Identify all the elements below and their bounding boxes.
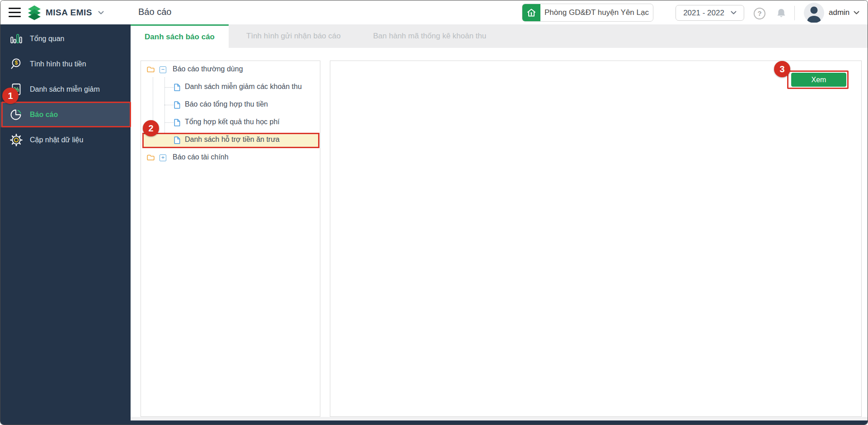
tree-leaf-danh-sach-mien-giam-cac-khoan-thu[interactable]: Danh sách miễn giảm các khoản thu xyxy=(141,79,320,96)
window-bottom-strip xyxy=(0,420,868,425)
tab-ban-hanh-ma-thong-ke-khoan-thu[interactable]: Ban hành mã thống kê khoản thu xyxy=(358,24,501,48)
year-chevron-down-icon xyxy=(731,11,737,15)
report-preview-panel: Xem xyxy=(330,61,862,417)
sidebar-item-label: Báo cáo xyxy=(30,111,58,119)
tab-tinh-hinh-gui-nhan-bao-cao[interactable]: Tình hình gửi nhận báo cáo xyxy=(229,24,358,48)
organization-name: Phòng GD&ĐT huyện Yên Lạc xyxy=(540,8,653,17)
sidebar-item-bao-cao[interactable]: Báo cáo xyxy=(0,102,131,127)
sidebar-item-label: Danh sách miễn giảm xyxy=(30,85,100,93)
file-icon xyxy=(174,119,180,126)
sidebar-item-tong-quan[interactable]: Tổng quan xyxy=(0,26,131,51)
percent-document-icon: % xyxy=(9,83,24,96)
report-tree-panel: − Báo cáo thường dùng Danh sách miễn giả… xyxy=(141,61,320,417)
top-header: MISA EMIS Báo cáo Phòng GD&ĐT huyện Yên … xyxy=(0,0,868,24)
school-year-value: 2021 - 2022 xyxy=(683,9,724,18)
report-tabs: Danh sách báo cáo Tình hình gửi nhận báo… xyxy=(131,24,868,48)
username-label[interactable]: admin xyxy=(829,8,849,17)
tree-node-label: Báo cáo thường dùng xyxy=(173,65,243,73)
view-report-button[interactable]: Xem xyxy=(791,73,846,87)
svg-text:%: % xyxy=(14,86,19,93)
tree-leaf-label: Tổng hợp kết quả thu học phí xyxy=(185,118,280,126)
tree-leaf-bao-cao-tong-hop-thu-tien[interactable]: Báo cáo tổng hợp thu tiền xyxy=(141,96,320,114)
user-chevron-down-icon[interactable] xyxy=(854,11,859,15)
sidebar-item-cap-nhat-du-lieu[interactable]: Cập nhật dữ liệu xyxy=(0,127,131,153)
tree-node-bao-cao-tai-chinh[interactable]: + Báo cáo tài chính xyxy=(141,149,320,167)
folder-icon xyxy=(147,66,155,73)
sidebar-item-danh-sach-mien-giam[interactable]: % Danh sách miễn giảm xyxy=(0,77,131,102)
sidebar-item-label: Cập nhật dữ liệu xyxy=(30,136,83,144)
gear-icon xyxy=(9,134,24,146)
brand-chevron-down-icon[interactable] xyxy=(98,11,104,15)
collapse-toggle-icon[interactable]: − xyxy=(160,66,166,73)
tree-leaf-label: Báo cáo tổng hợp thu tiền xyxy=(185,100,268,108)
tree-leaf-label: Danh sách hỗ trợ tiền ăn trưa xyxy=(185,135,280,144)
file-icon xyxy=(174,101,180,109)
misa-emis-logo-icon xyxy=(26,5,42,20)
folder-icon xyxy=(147,154,155,161)
file-icon xyxy=(174,84,180,91)
pie-chart-icon xyxy=(9,108,24,121)
help-icon[interactable]: ? xyxy=(754,8,765,19)
organization-selector[interactable]: Phòng GD&ĐT huyện Yên Lạc xyxy=(522,4,653,22)
brand-name: MISA EMIS xyxy=(46,8,92,18)
bar-chart-icon xyxy=(9,33,24,45)
sidebar-item-label: Tình hình thu tiền xyxy=(30,60,86,68)
svg-text:$: $ xyxy=(14,60,18,66)
tree-node-bao-cao-thuong-dung[interactable]: − Báo cáo thường dùng xyxy=(141,61,320,79)
file-icon xyxy=(174,136,180,144)
tree-leaf-danh-sach-ho-tro-tien-an-trua-selected[interactable]: Danh sách hỗ trợ tiền ăn trưa xyxy=(141,131,320,149)
home-icon xyxy=(522,4,540,21)
header-divider xyxy=(794,6,795,20)
sidebar-item-tinh-hinh-thu-tien[interactable]: $ Tình hình thu tiền xyxy=(0,51,131,77)
tree-node-label: Báo cáo tài chính xyxy=(173,153,229,161)
hamburger-menu-icon[interactable] xyxy=(9,8,21,17)
report-tree: − Báo cáo thường dùng Danh sách miễn giả… xyxy=(141,61,320,416)
content-bottom-gap xyxy=(131,417,868,420)
school-year-select[interactable]: 2021 - 2022 xyxy=(676,5,744,21)
user-avatar[interactable] xyxy=(804,3,824,23)
sidebar-nav: Tổng quan $ Tình hình thu tiền % Danh sá… xyxy=(0,24,131,420)
app-window: MISA EMIS Báo cáo Phòng GD&ĐT huyện Yên … xyxy=(0,0,868,425)
tab-danh-sach-bao-cao[interactable]: Danh sách báo cáo xyxy=(131,24,229,48)
tree-leaf-tong-hop-ket-qua-thu-hoc-phi[interactable]: Tổng hợp kết quả thu học phí xyxy=(141,114,320,131)
tree-leaf-label: Danh sách miễn giảm các khoản thu xyxy=(185,83,302,91)
search-money-icon: $ xyxy=(9,58,24,70)
expand-toggle-icon[interactable]: + xyxy=(160,154,166,161)
sidebar-item-label: Tổng quan xyxy=(30,35,65,43)
page-title: Báo cáo xyxy=(138,7,171,17)
notification-bell-icon[interactable] xyxy=(776,8,787,19)
